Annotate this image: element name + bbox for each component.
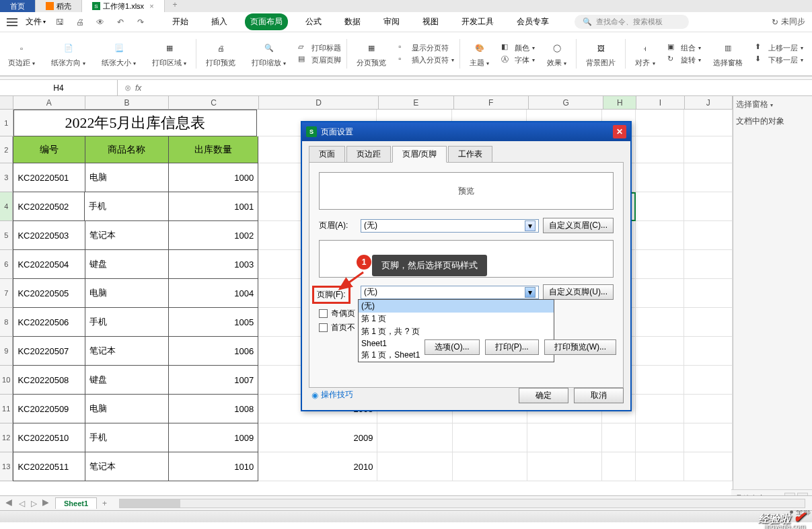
data-cell[interactable]: 1003 [169,250,258,279]
header-cell[interactable]: 商品名称 [85,136,170,163]
col-header-b[interactable]: B [85,96,170,109]
sheet-next-button[interactable]: ▷ [28,499,39,508]
cancel-button[interactable]: 取消 [574,388,624,403]
col-header-a[interactable]: A [13,96,85,109]
print-scale-button[interactable]: 🔍打印缩放 ▾ [249,39,289,69]
theme-button[interactable]: 🎨主题 ▾ [467,39,492,69]
row-header[interactable]: 5 [0,221,13,250]
data-cell[interactable]: 1010 [169,452,258,481]
page-break-preview-button[interactable]: ▦分页预览 [354,39,389,69]
col-header-j[interactable]: J [685,96,733,109]
row-header[interactable]: 13 [0,452,13,481]
tab-page-layout[interactable]: 页面布局 [245,13,288,30]
tab-worksheet[interactable]: 工作表 [448,146,492,163]
footer-combo[interactable]: (无)▾ [361,286,539,299]
data-cell[interactable]: 1007 [169,366,258,395]
print-button[interactable]: 打印(P)... [485,339,539,355]
col-header-f[interactable]: F [454,96,529,109]
data-cell[interactable]: KC20220502 [13,192,85,221]
print-area-button[interactable]: ▦打印区域 ▾ [149,39,189,69]
show-page-break-button[interactable]: ▫显示分页符 [398,42,454,54]
data-cell[interactable] [636,423,684,452]
data-cell[interactable]: KC20220505 [13,279,85,308]
data-cell[interactable] [453,423,527,452]
data-cell[interactable]: 1009 [169,423,258,452]
data-cell[interactable]: 笔记本 [85,337,170,366]
preview-quick-icon[interactable]: 👁 [94,16,106,28]
chevron-down-icon[interactable]: ▾ [525,287,536,298]
data-cell[interactable]: 电脑 [85,395,170,423]
sheet-tab[interactable]: Sheet1 [55,497,97,509]
group-button[interactable]: ▣组合 ▾ [667,42,701,54]
data-cell[interactable] [684,221,733,250]
dropdown-item[interactable]: (无) [359,300,554,313]
data-cell[interactable] [636,250,684,279]
search-input[interactable]: 🔍 查找命令、搜索模板 [575,15,689,29]
add-sheet-button[interactable]: + [97,497,112,510]
insert-page-break-button[interactable]: ▫插入分页符 ▾ [398,54,454,66]
data-cell[interactable] [602,423,636,452]
data-cell[interactable]: 键盘 [85,366,170,395]
data-cell[interactable] [684,279,733,308]
data-cell[interactable]: KC20220501 [13,163,85,192]
margins-button[interactable]: ▫页边距 ▾ [5,39,38,69]
font-button[interactable]: Ⓐ字体 ▾ [501,54,535,66]
data-cell[interactable]: 电脑 [85,279,170,308]
data-cell[interactable]: 手机 [85,192,168,221]
data-cell[interactable] [527,452,602,481]
header-cell[interactable]: 编号 [13,136,85,163]
data-cell[interactable]: KC20220511 [13,452,85,481]
undo-icon[interactable]: ↶ [114,16,126,28]
data-cell[interactable] [684,452,733,481]
data-cell[interactable] [636,452,684,481]
header-footer-button[interactable]: ▤页眉页脚 [298,54,341,66]
data-cell[interactable] [684,366,733,395]
col-header-h[interactable]: H [603,96,636,109]
cancel-formula-icon[interactable]: ⊗ [124,83,131,93]
data-cell[interactable] [377,423,452,452]
data-cell[interactable]: KC20220510 [13,423,85,452]
data-cell[interactable]: 1008 [169,395,258,423]
data-cell[interactable]: 手机 [85,423,170,452]
title-cell[interactable]: 2022年5月出库信息表 [13,110,258,136]
header-cell[interactable]: 出库数量 [169,136,258,163]
data-cell[interactable] [684,395,733,423]
sync-status[interactable]: ↻ 未同步 [772,16,805,28]
row-header[interactable]: 2 [0,136,13,163]
print-preview-button[interactable]: 打印预览(W)... [544,339,616,355]
tab-formula[interactable]: 公式 [300,13,327,30]
data-cell[interactable] [377,452,452,481]
save-icon[interactable]: 🖫 [54,16,66,28]
dropdown-item[interactable]: 第 1 页，共 ? 页 [359,325,554,338]
fx-icon[interactable]: fx [135,83,141,93]
name-box[interactable]: H4 [0,80,118,95]
data-cell[interactable] [602,452,636,481]
custom-footer-button[interactable]: 自定义页脚(U)... [543,284,614,300]
background-button[interactable]: 🖼背景图片 [583,39,618,69]
data-cell[interactable] [684,308,733,337]
row-header[interactable]: 8 [0,308,13,337]
data-cell[interactable]: KC20220507 [13,337,85,366]
tab-header-footer[interactable]: 页眉/页脚 [392,146,447,163]
tab-workbook[interactable]: S工作簿1.xlsx× [82,0,165,12]
row-header[interactable]: 9 [0,337,13,366]
data-cell[interactable]: 1005 [169,308,258,337]
data-cell[interactable] [636,308,684,337]
data-cell[interactable] [636,366,684,395]
sheet-first-button[interactable]: ⯇ [4,499,15,508]
data-cell[interactable] [636,395,684,423]
data-cell[interactable]: 1001 [169,192,258,221]
col-header-i[interactable]: I [636,96,684,109]
dialog-titlebar[interactable]: S 页面设置 ✕ [302,122,630,141]
row-header[interactable]: 7 [0,279,13,308]
row-header[interactable]: 12 [0,423,13,452]
data-cell[interactable]: 电脑 [85,163,170,192]
select-all-corner[interactable] [0,96,13,109]
row-header[interactable]: 3 [0,163,13,192]
file-menu[interactable]: 文件▾ [26,16,46,28]
effect-button[interactable]: ◯效果 ▾ [544,39,569,69]
data-cell[interactable] [636,192,684,221]
redo-icon[interactable]: ↷ [135,16,147,28]
col-header-c[interactable]: C [169,96,259,109]
horizontal-scrollbar[interactable] [119,499,805,508]
